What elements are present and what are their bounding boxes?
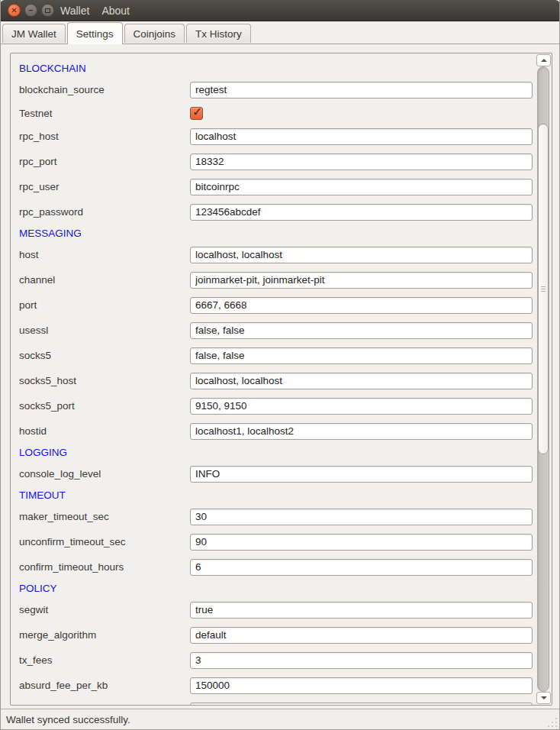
field-segwit[interactable] — [190, 602, 533, 619]
field-label-tx-fees: tx_fees — [19, 654, 190, 666]
settings-row: socks5_host — [11, 368, 536, 393]
settings-row: rpc_password — [11, 199, 536, 224]
field-label-rpc-port: rpc_port — [19, 156, 190, 167]
scrollbar-track[interactable] — [537, 66, 549, 692]
field-label-rpc-user: rpc_user — [19, 181, 190, 192]
field-tx-fees[interactable] — [190, 652, 533, 669]
field-label-port: port — [19, 299, 190, 311]
titlebar: ✕ − Wallet About — [0, 0, 560, 21]
field-rpc-port[interactable] — [190, 153, 533, 170]
field-channel[interactable] — [190, 272, 533, 289]
settings-form: BLOCKCHAINblockchain_sourceTestnet✓rpc_h… — [11, 53, 536, 706]
field-label-usessl: usessl — [19, 325, 190, 336]
close-button[interactable]: ✕ — [8, 4, 21, 17]
field-blockchain-source[interactable] — [190, 82, 533, 99]
field-label-socks5: socks5 — [19, 350, 190, 361]
scroll-down-icon — [541, 696, 547, 699]
field-rpc-password[interactable] — [190, 204, 533, 221]
settings-scroll-area: BLOCKCHAINblockchain_sourceTestnet✓rpc_h… — [10, 53, 552, 706]
tab-jm-wallet[interactable]: JM Wallet — [2, 24, 66, 43]
field-maker-timeout-sec[interactable] — [190, 509, 533, 525]
field-label-segwit: segwit — [19, 604, 190, 615]
section-header-policy: POLICY — [11, 580, 536, 597]
tab-tx-history[interactable]: Tx History — [186, 24, 251, 43]
field-host[interactable] — [190, 247, 533, 263]
settings-panel: BLOCKCHAINblockchain_sourceTestnet✓rpc_h… — [1, 44, 559, 709]
field-label-testnet: Testnet — [19, 108, 190, 119]
field-label-absurd-fee-per-kb: absurd_fee_per_kb — [19, 680, 190, 691]
settings-row: usessl — [11, 318, 536, 343]
settings-row: absurd_fee_per_kb — [11, 673, 536, 698]
settings-row: merge_algorithm — [11, 622, 536, 648]
settings-row: confirm_timeout_hours — [11, 554, 536, 580]
settings-row: rpc_host — [11, 124, 536, 149]
field-port[interactable] — [190, 297, 533, 314]
field-hostid[interactable] — [190, 423, 533, 440]
field-confirm-timeout-hours[interactable] — [190, 559, 533, 576]
settings-row: port — [11, 292, 536, 318]
scroll-down-button[interactable] — [536, 692, 551, 704]
field-console-log-level[interactable] — [190, 466, 533, 483]
settings-row: host — [11, 242, 536, 267]
field-label-rpc-password: rpc_password — [19, 206, 190, 218]
section-header-blockchain: BLOCKCHAIN — [11, 60, 536, 77]
status-bar: Wallet synced successfully. — [1, 709, 559, 729]
menu-wallet[interactable]: Wallet — [60, 5, 89, 17]
scroll-up-icon — [541, 59, 547, 62]
field-label-host: host — [19, 249, 190, 260]
field-label-console-log-level: console_log_level — [19, 468, 190, 480]
settings-row: socks5_port — [11, 393, 536, 418]
field-label-merge-algorithm: merge_algorithm — [19, 629, 190, 641]
field-absurd-fee-per-kb[interactable] — [190, 677, 533, 694]
field-label-confirm-timeout-hours: confirm_timeout_hours — [19, 561, 190, 573]
resize-grip-icon[interactable] — [546, 716, 557, 727]
settings-row: tx_fees — [11, 648, 536, 673]
maximize-button[interactable] — [41, 4, 54, 17]
section-header-messaging: MESSAGING — [11, 224, 536, 242]
field-label-blockchain-source: blockchain_source — [19, 84, 190, 95]
minimize-button[interactable]: − — [24, 4, 37, 17]
field-socks5-host[interactable] — [190, 373, 533, 389]
settings-row: channel — [11, 267, 536, 292]
field-merge-algorithm[interactable] — [190, 627, 533, 644]
settings-row — [11, 698, 536, 706]
section-header-timeout: TIMEOUT — [11, 486, 536, 504]
status-message: Wallet synced successfully. — [6, 714, 130, 725]
field-label-hostid: hostid — [19, 425, 190, 437]
field-label-rpc-host: rpc_host — [19, 131, 190, 142]
field-label-socks5-port: socks5_port — [19, 400, 190, 412]
scrollbar-grip-icon — [541, 286, 546, 292]
field-usessl[interactable] — [190, 322, 533, 339]
scroll-up-button[interactable] — [536, 54, 551, 66]
maximize-icon — [45, 8, 50, 13]
field-rpc-host[interactable] — [190, 128, 533, 145]
field-label-socks5-host: socks5_host — [19, 375, 190, 386]
app-window: ✕ − Wallet About JM WalletSettingsCoinjo… — [0, 0, 560, 730]
field-label-channel: channel — [19, 274, 190, 286]
close-icon: ✕ — [11, 7, 17, 15]
tab-coinjoins[interactable]: Coinjoins — [124, 24, 185, 43]
tab-settings[interactable]: Settings — [67, 22, 123, 44]
field-socks5[interactable] — [190, 347, 533, 364]
settings-row: rpc_port — [11, 149, 536, 174]
field-label-maker-timeout-sec: maker_timeout_sec — [19, 511, 190, 522]
settings-row: hostid — [11, 418, 536, 444]
section-header-logging: LOGGING — [11, 444, 536, 461]
tab-bar: JM WalletSettingsCoinjoinsTx History — [1, 21, 559, 44]
settings-row: socks5 — [11, 343, 536, 368]
settings-row: blockchain_source — [11, 77, 536, 102]
field-unconfirm-timeout-sec[interactable] — [190, 534, 533, 551]
field-socks5-port[interactable] — [190, 398, 533, 415]
settings-row: segwit — [11, 597, 536, 622]
settings-row: unconfirm_timeout_sec — [11, 529, 536, 554]
minimize-icon: − — [29, 7, 34, 15]
settings-row: maker_timeout_sec — [11, 504, 536, 529]
vertical-scrollbar[interactable] — [535, 53, 552, 705]
testnet-checkbox[interactable]: ✓ — [190, 107, 203, 120]
field-rpc-user[interactable] — [190, 179, 533, 195]
settings-row: Testnet✓ — [11, 102, 536, 124]
menu-about[interactable]: About — [101, 5, 130, 17]
scrollbar-thumb[interactable] — [538, 124, 549, 454]
settings-row: console_log_level — [11, 461, 536, 486]
field-partial[interactable] — [190, 703, 533, 706]
